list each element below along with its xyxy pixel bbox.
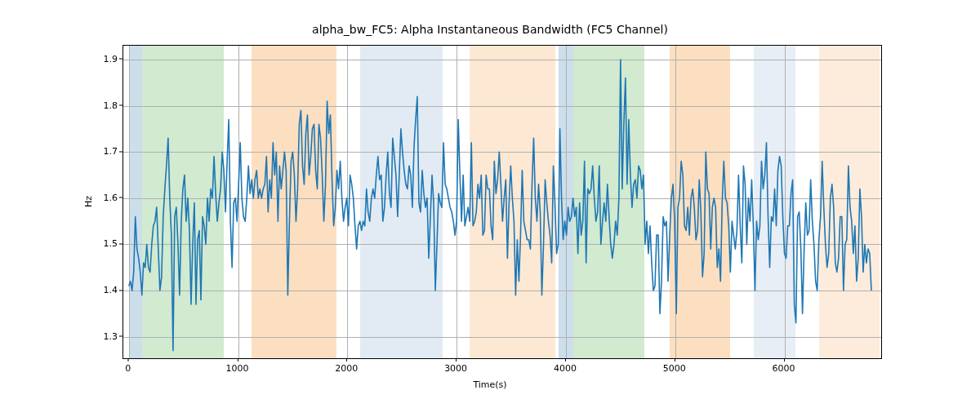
- x-tick-label: 4000: [554, 363, 577, 374]
- y-tick-label: 1.9: [90, 53, 118, 64]
- y-tick-label: 1.4: [90, 285, 118, 295]
- chart-title: alpha_bw_FC5: Alpha Instantaneous Bandwi…: [0, 23, 980, 36]
- x-tick-label: 1000: [226, 363, 249, 374]
- x-tick-label: 2000: [335, 363, 358, 374]
- x-tick-label: 3000: [444, 363, 467, 374]
- y-tick-label: 1.5: [90, 238, 118, 249]
- x-axis-label: Time(s): [0, 379, 980, 390]
- series-line: [129, 60, 871, 351]
- figure: alpha_bw_FC5: Alpha Instantaneous Bandwi…: [0, 0, 980, 408]
- y-tick-label: 1.3: [90, 330, 118, 341]
- y-tick-label: 1.8: [90, 100, 118, 110]
- y-tick-label: 1.7: [90, 146, 118, 157]
- x-tick-label: 5000: [663, 363, 686, 374]
- y-tick-label: 1.6: [90, 192, 118, 202]
- plot-area: [122, 45, 882, 359]
- data-line: [123, 46, 881, 358]
- x-tick-label: 0: [125, 363, 131, 374]
- x-tick-label: 6000: [773, 363, 795, 374]
